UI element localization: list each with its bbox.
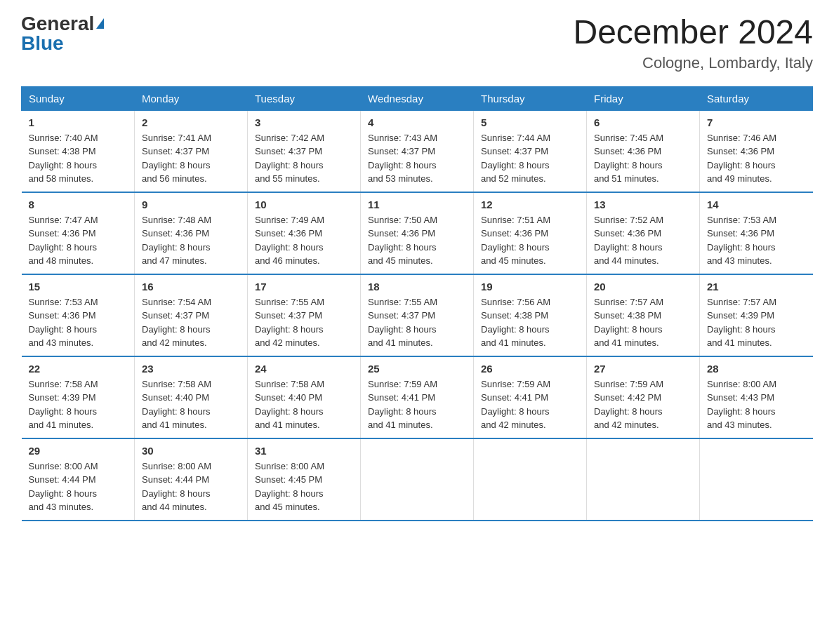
day-number: 30	[142, 445, 240, 457]
calendar-cell: 22Sunrise: 7:58 AMSunset: 4:39 PMDayligh…	[22, 356, 135, 438]
day-number: 27	[594, 363, 692, 375]
day-number: 31	[255, 445, 353, 457]
calendar-cell: 24Sunrise: 7:58 AMSunset: 4:40 PMDayligh…	[248, 356, 361, 438]
calendar-cell: 3Sunrise: 7:42 AMSunset: 4:37 PMDaylight…	[248, 110, 361, 192]
day-number: 3	[255, 116, 353, 128]
day-info: Sunrise: 7:50 AMSunset: 4:36 PMDaylight:…	[368, 213, 466, 268]
header-saturday: Saturday	[700, 86, 813, 110]
day-info: Sunrise: 7:45 AMSunset: 4:36 PMDaylight:…	[594, 131, 692, 186]
day-number: 11	[368, 199, 466, 210]
calendar-cell: 2Sunrise: 7:41 AMSunset: 4:37 PMDaylight…	[135, 110, 248, 192]
day-info: Sunrise: 7:44 AMSunset: 4:37 PMDaylight:…	[481, 131, 579, 186]
day-info: Sunrise: 7:52 AMSunset: 4:36 PMDaylight:…	[594, 213, 692, 268]
day-number: 29	[29, 445, 128, 457]
calendar-cell: 20Sunrise: 7:57 AMSunset: 4:38 PMDayligh…	[587, 274, 700, 356]
calendar-cell: 23Sunrise: 7:58 AMSunset: 4:40 PMDayligh…	[135, 356, 248, 438]
calendar-cell: 25Sunrise: 7:59 AMSunset: 4:41 PMDayligh…	[361, 356, 474, 438]
day-info: Sunrise: 7:57 AMSunset: 4:39 PMDaylight:…	[707, 295, 806, 350]
day-info: Sunrise: 7:41 AMSunset: 4:37 PMDaylight:…	[142, 131, 240, 186]
day-number: 4	[368, 116, 466, 128]
day-number: 20	[594, 281, 692, 293]
day-info: Sunrise: 8:00 AMSunset: 4:43 PMDaylight:…	[707, 377, 806, 432]
day-number: 25	[368, 363, 466, 375]
day-info: Sunrise: 7:42 AMSunset: 4:37 PMDaylight:…	[255, 131, 353, 186]
calendar-cell: 17Sunrise: 7:55 AMSunset: 4:37 PMDayligh…	[248, 274, 361, 356]
day-info: Sunrise: 7:59 AMSunset: 4:42 PMDaylight:…	[594, 377, 692, 432]
day-number: 9	[142, 199, 240, 210]
calendar-cell: 7Sunrise: 7:46 AMSunset: 4:36 PMDaylight…	[700, 110, 813, 192]
location-subtitle: Cologne, Lombardy, Italy	[573, 54, 813, 72]
day-info: Sunrise: 7:53 AMSunset: 4:36 PMDaylight:…	[707, 213, 806, 268]
day-info: Sunrise: 7:49 AMSunset: 4:36 PMDaylight:…	[255, 213, 353, 268]
header-friday: Friday	[587, 86, 700, 110]
day-info: Sunrise: 7:55 AMSunset: 4:37 PMDaylight:…	[255, 295, 353, 350]
calendar-table: SundayMondayTuesdayWednesdayThursdayFrid…	[21, 86, 813, 521]
day-number: 6	[594, 116, 692, 128]
logo-blue-text: Blue	[21, 34, 64, 53]
calendar-week-row: 8Sunrise: 7:47 AMSunset: 4:36 PMDaylight…	[22, 192, 813, 274]
day-info: Sunrise: 7:56 AMSunset: 4:38 PMDaylight:…	[481, 295, 579, 350]
calendar-week-row: 1Sunrise: 7:40 AMSunset: 4:38 PMDaylight…	[22, 110, 813, 192]
calendar-week-row: 29Sunrise: 8:00 AMSunset: 4:44 PMDayligh…	[22, 438, 813, 521]
page-header: General Blue December 2024 Cologne, Lomb…	[21, 14, 813, 72]
day-number: 18	[368, 281, 466, 293]
day-info: Sunrise: 7:58 AMSunset: 4:39 PMDaylight:…	[29, 377, 128, 432]
calendar-cell: 27Sunrise: 7:59 AMSunset: 4:42 PMDayligh…	[587, 356, 700, 438]
calendar-cell: 30Sunrise: 8:00 AMSunset: 4:44 PMDayligh…	[135, 438, 248, 521]
calendar-cell: 1Sunrise: 7:40 AMSunset: 4:38 PMDaylight…	[22, 110, 135, 192]
calendar-cell	[700, 438, 813, 521]
logo: General Blue	[21, 14, 104, 53]
day-info: Sunrise: 7:57 AMSunset: 4:38 PMDaylight:…	[594, 295, 692, 350]
day-number: 21	[707, 281, 806, 293]
calendar-cell: 26Sunrise: 7:59 AMSunset: 4:41 PMDayligh…	[474, 356, 587, 438]
day-info: Sunrise: 7:47 AMSunset: 4:36 PMDaylight:…	[29, 213, 128, 268]
day-info: Sunrise: 8:00 AMSunset: 4:44 PMDaylight:…	[29, 459, 128, 514]
day-number: 12	[481, 199, 579, 210]
day-info: Sunrise: 7:58 AMSunset: 4:40 PMDaylight:…	[255, 377, 353, 432]
day-number: 14	[707, 199, 806, 210]
calendar-cell: 31Sunrise: 8:00 AMSunset: 4:45 PMDayligh…	[248, 438, 361, 521]
header-sunday: Sunday	[22, 86, 135, 110]
day-number: 28	[707, 363, 806, 375]
day-info: Sunrise: 7:55 AMSunset: 4:37 PMDaylight:…	[368, 295, 466, 350]
calendar-cell: 12Sunrise: 7:51 AMSunset: 4:36 PMDayligh…	[474, 192, 587, 274]
day-number: 17	[255, 281, 353, 293]
title-block: December 2024 Cologne, Lombardy, Italy	[573, 14, 813, 72]
calendar-cell: 13Sunrise: 7:52 AMSunset: 4:36 PMDayligh…	[587, 192, 700, 274]
logo-triangle-icon	[96, 18, 104, 29]
day-info: Sunrise: 7:59 AMSunset: 4:41 PMDaylight:…	[481, 377, 579, 432]
calendar-cell: 15Sunrise: 7:53 AMSunset: 4:36 PMDayligh…	[22, 274, 135, 356]
header-wednesday: Wednesday	[361, 86, 474, 110]
calendar-cell: 8Sunrise: 7:47 AMSunset: 4:36 PMDaylight…	[22, 192, 135, 274]
day-number: 22	[29, 363, 128, 375]
day-number: 19	[481, 281, 579, 293]
calendar-cell: 16Sunrise: 7:54 AMSunset: 4:37 PMDayligh…	[135, 274, 248, 356]
calendar-cell: 18Sunrise: 7:55 AMSunset: 4:37 PMDayligh…	[361, 274, 474, 356]
calendar-week-row: 22Sunrise: 7:58 AMSunset: 4:39 PMDayligh…	[22, 356, 813, 438]
day-number: 24	[255, 363, 353, 375]
day-number: 5	[481, 116, 579, 128]
calendar-header-row: SundayMondayTuesdayWednesdayThursdayFrid…	[22, 86, 813, 110]
day-number: 1	[29, 116, 128, 128]
header-tuesday: Tuesday	[248, 86, 361, 110]
calendar-cell: 10Sunrise: 7:49 AMSunset: 4:36 PMDayligh…	[248, 192, 361, 274]
calendar-cell	[361, 438, 474, 521]
day-number: 15	[29, 281, 128, 293]
day-info: Sunrise: 7:48 AMSunset: 4:36 PMDaylight:…	[142, 213, 240, 268]
calendar-cell	[474, 438, 587, 521]
day-info: Sunrise: 7:40 AMSunset: 4:38 PMDaylight:…	[29, 131, 128, 186]
day-number: 16	[142, 281, 240, 293]
day-number: 23	[142, 363, 240, 375]
calendar-cell: 21Sunrise: 7:57 AMSunset: 4:39 PMDayligh…	[700, 274, 813, 356]
day-info: Sunrise: 7:43 AMSunset: 4:37 PMDaylight:…	[368, 131, 466, 186]
day-info: Sunrise: 8:00 AMSunset: 4:45 PMDaylight:…	[255, 459, 353, 514]
day-number: 8	[29, 199, 128, 210]
day-info: Sunrise: 7:53 AMSunset: 4:36 PMDaylight:…	[29, 295, 128, 350]
calendar-cell	[587, 438, 700, 521]
day-number: 26	[481, 363, 579, 375]
calendar-cell: 9Sunrise: 7:48 AMSunset: 4:36 PMDaylight…	[135, 192, 248, 274]
calendar-week-row: 15Sunrise: 7:53 AMSunset: 4:36 PMDayligh…	[22, 274, 813, 356]
day-number: 7	[707, 116, 806, 128]
day-info: Sunrise: 7:51 AMSunset: 4:36 PMDaylight:…	[481, 213, 579, 268]
day-number: 13	[594, 199, 692, 210]
